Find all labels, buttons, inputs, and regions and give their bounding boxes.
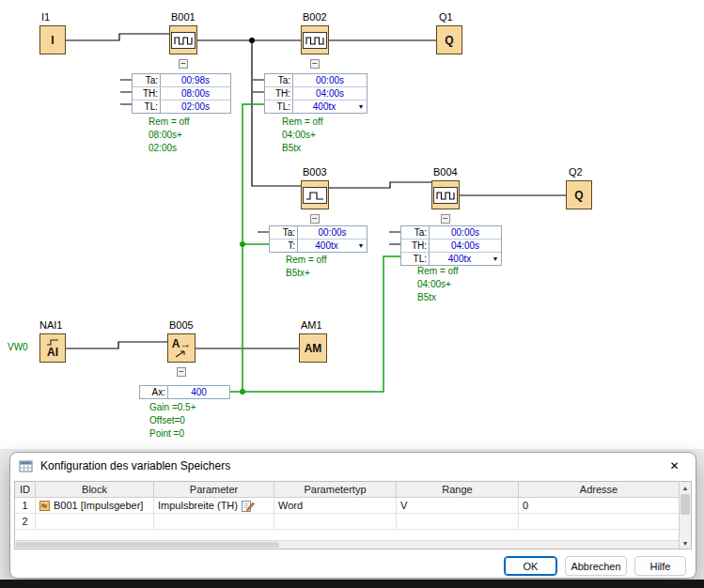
horizontal-scrollbar[interactable] [15, 540, 679, 549]
help-button[interactable]: Hilfe [634, 556, 686, 576]
note-line: Rem = off [417, 265, 458, 278]
param-value[interactable]: 00:00s [298, 226, 367, 239]
param-label: TL: [401, 253, 430, 265]
param-label: TL: [133, 101, 161, 113]
cell-block[interactable]: B001 [Impulsgeber] [36, 498, 154, 513]
dialog-variable-memory-config: Konfiguration des variablen Speichers ✕ … [9, 452, 696, 579]
cell-range[interactable]: V [397, 498, 519, 513]
param-value[interactable]: 02:00s [161, 101, 230, 113]
param-row: TH: 04:00s [401, 240, 501, 253]
block-b005[interactable]: A→ [167, 333, 196, 363]
block-label-b002: B002 [303, 11, 327, 23]
cell-adresse[interactable]: 0 [519, 498, 679, 513]
cancel-button[interactable]: Abbrechen [565, 556, 627, 576]
block-label-i1: I1 [41, 11, 50, 23]
vertical-scrollbar[interactable]: ▲ ▼ [679, 482, 691, 549]
collapse-button-b004[interactable]: − [441, 214, 450, 224]
scrollbar-thumb[interactable] [681, 494, 690, 515]
param-value[interactable]: 00:00s [293, 74, 367, 86]
table-row[interactable]: 1 B001 [Impulsgeber] Impulsbreite (TH) [15, 498, 679, 514]
cell-parameter[interactable] [154, 514, 274, 529]
analog-memory-letter: AM [305, 343, 322, 354]
param-row: Ta: 00:00s [265, 74, 367, 87]
block-am1[interactable]: AM [299, 333, 327, 363]
block-q2[interactable]: Q [566, 180, 592, 209]
param-row: Ta: 00:98s [133, 74, 230, 87]
block-b002[interactable] [301, 25, 329, 54]
block-nai1[interactable]: AI [39, 333, 66, 363]
pulse-generator-icon [433, 187, 458, 204]
cell-adresse[interactable] [519, 514, 679, 529]
pulse-generator-icon [171, 32, 196, 49]
block-label-q2: Q2 [569, 166, 583, 178]
block-b001[interactable] [169, 25, 197, 54]
cell-id[interactable]: 2 [15, 514, 36, 529]
circuit-canvas[interactable]: I1 B001 B002 Q1 B003 B004 Q2 NAI1 B005 A… [0, 0, 704, 449]
dropdown-arrow-icon[interactable]: ▼ [355, 240, 367, 252]
edit-pencil-icon[interactable] [242, 500, 255, 512]
note-line: B5tx [417, 291, 458, 304]
cell-block-text: B001 [Impulsgeber] [54, 500, 143, 511]
scrollbar-thumb[interactable] [16, 542, 279, 548]
table-grid: ID Block Parameter Parametertyp Range Ad… [15, 482, 679, 540]
param-value[interactable]: 400tx [298, 240, 355, 252]
cell-parametertyp[interactable] [274, 514, 397, 529]
param-box-b005: Ax: 400 [139, 385, 230, 399]
pulse-generator-icon [303, 32, 327, 49]
param-notes-b004: Rem = off 04:00s+ B5tx [417, 265, 458, 304]
param-value[interactable]: 04:00s [293, 87, 367, 100]
table-row[interactable]: 2 [15, 514, 679, 530]
cell-id[interactable]: 1 [15, 498, 36, 513]
note-line: Point =0 [149, 427, 196, 441]
col-header-block: Block [36, 482, 154, 497]
taskbar[interactable] [0, 580, 704, 588]
scroll-up-icon[interactable]: ▲ [680, 482, 691, 493]
block-label-b001: B001 [171, 11, 196, 23]
collapse-button-b005[interactable]: − [177, 367, 186, 377]
param-value[interactable]: 08:00s [161, 87, 230, 100]
block-b003[interactable] [301, 180, 329, 209]
cell-parametertyp[interactable]: Word [274, 498, 397, 513]
param-value[interactable]: 400tx [293, 101, 355, 113]
param-value[interactable]: 400 [168, 386, 229, 398]
dropdown-arrow-icon[interactable]: ▼ [355, 101, 367, 113]
col-header-range: Range [397, 482, 519, 497]
output-letter: Q [445, 35, 453, 46]
input-letter: I [51, 35, 54, 46]
ok-button[interactable]: OK [504, 556, 557, 576]
cell-parameter-text: Impulsbreite (TH) [158, 500, 238, 511]
param-value[interactable]: 00:00s [430, 226, 501, 239]
block-i1[interactable]: I [39, 25, 66, 54]
scroll-down-icon[interactable]: ▼ [680, 537, 691, 549]
note-line: 04:00s+ [417, 278, 458, 291]
cell-block[interactable] [36, 514, 154, 529]
cell-range[interactable] [397, 514, 519, 529]
amplifier-letter: A→ [172, 338, 192, 349]
block-q1[interactable]: Q [436, 25, 462, 54]
close-icon[interactable]: ✕ [653, 453, 696, 479]
dropdown-arrow-icon[interactable]: ▼ [490, 253, 501, 265]
output-letter: Q [574, 190, 583, 201]
collapse-button-b003[interactable]: − [310, 214, 320, 224]
dialog-titlebar[interactable]: Konfiguration des variablen Speichers ✕ [10, 453, 696, 479]
cell-parameter[interactable]: Impulsbreite (TH) [154, 498, 274, 513]
param-value[interactable]: 00:98s [161, 74, 230, 86]
note-line: Rem = off [149, 116, 189, 129]
block-b004[interactable] [431, 180, 460, 209]
param-row: TL: 400tx ▼ [401, 253, 501, 265]
block-label-nai1: NAI1 [39, 319, 62, 331]
collapse-button-b001[interactable]: − [179, 59, 188, 69]
note-line: Offset=0 [149, 414, 196, 427]
pulse-relay-icon [303, 187, 327, 204]
param-value[interactable]: 400tx [430, 253, 490, 265]
screen: I1 B001 B002 Q1 B003 B004 Q2 NAI1 B005 A… [0, 0, 704, 588]
note-line: Rem = off [282, 116, 322, 129]
block-label-am1: AM1 [301, 319, 322, 331]
collapse-button-b002[interactable]: − [310, 59, 320, 69]
param-notes-b005: Gain =0.5+ Offset=0 Point =0 [149, 401, 196, 441]
dialog-title: Konfiguration des variablen Speichers [40, 459, 230, 472]
param-label: TH: [401, 240, 430, 252]
param-label: Ta: [401, 226, 430, 239]
note-line: B5tx [282, 142, 322, 155]
param-value[interactable]: 04:00s [430, 240, 501, 252]
